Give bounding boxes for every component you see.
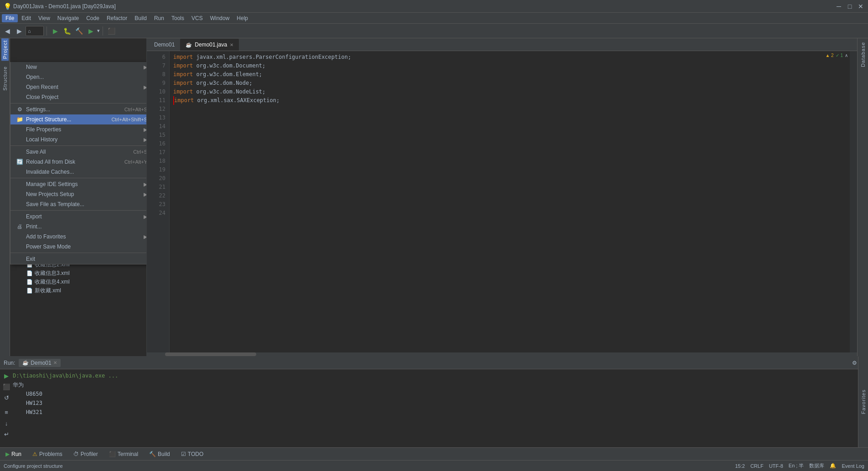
local-history-label: Local History	[26, 136, 57, 143]
database-panel-toggle[interactable]: Database	[859, 40, 867, 69]
gutter-scroll-top[interactable]: ∧	[845, 53, 848, 58]
stop-button[interactable]: ⬛	[106, 26, 117, 36]
menu-item-new-projects-setup[interactable]: New Projects Setup ▶	[10, 189, 147, 199]
tab-terminal[interactable]: ⬛ Terminal	[105, 449, 142, 459]
tab-profiler[interactable]: ⏱ Profiler	[70, 449, 102, 459]
horizontal-scrollbar[interactable]	[147, 352, 857, 356]
scrollbar-thumb[interactable]	[165, 352, 256, 356]
menu-item-new[interactable]: New ▶	[10, 62, 147, 72]
settings-gear-icon[interactable]: ⚙	[852, 360, 857, 366]
project-panel-toggle[interactable]: Project	[1, 38, 9, 61]
file4-label: 收藏信息4.xml	[35, 278, 70, 286]
menu-vcs[interactable]: VCS	[188, 14, 207, 22]
menu-run[interactable]: Run	[150, 14, 168, 22]
menu-file[interactable]: File	[2, 14, 18, 22]
back-button[interactable]: ◀	[2, 26, 13, 36]
menu-item-invalidate[interactable]: Invalidate Caches...	[10, 167, 147, 177]
export-arrow: ▶	[144, 214, 147, 220]
menu-item-open[interactable]: Open...	[10, 72, 147, 82]
run-stop-button[interactable]: ⬛	[2, 382, 11, 391]
tab-close-button[interactable]: ✕	[230, 42, 233, 47]
run-play-button[interactable]: ▶	[2, 371, 11, 380]
minimize-button[interactable]: ─	[835, 3, 842, 10]
run-scroll-button[interactable]: ↓	[2, 419, 11, 428]
menu-view[interactable]: View	[35, 14, 54, 22]
sep2	[10, 145, 147, 146]
menu-refactor[interactable]: Refactor	[103, 14, 131, 22]
run-config-dropdown[interactable]: ▾	[97, 28, 100, 34]
file5-label: 新收藏.xml	[35, 287, 61, 295]
editor-content[interactable]: 6 7 8 9 10 11 12 13 14 15 16 17 18 19 20…	[147, 51, 857, 352]
run-button[interactable]: ▶	[50, 26, 61, 36]
event-log-label[interactable]: Event Log	[842, 463, 864, 469]
warning-count: ▲ 2	[825, 53, 833, 58]
menu-window[interactable]: Window	[207, 14, 233, 22]
code-line-9: import org.w3c.dom.Node;	[173, 79, 846, 88]
debug-button[interactable]: 🐛	[62, 26, 72, 36]
menu-item-settings[interactable]: ⚙ Settings... Ctrl+Alt+S	[10, 104, 147, 114]
tab-build[interactable]: 🔨 Build	[145, 449, 174, 459]
menu-item-print[interactable]: 🖨 Print...	[10, 222, 147, 232]
local-history-icon	[16, 136, 23, 143]
code-line-13	[173, 114, 846, 122]
run-filter-button[interactable]: ≡	[2, 408, 11, 417]
build-project-button[interactable]: 🔨	[73, 26, 84, 36]
title-bar-left: 💡 Day001Java - Demo01.java [Day029Java]	[4, 3, 116, 10]
new-icon	[16, 63, 23, 71]
menu-help[interactable]: Help	[233, 14, 252, 22]
console-line-5: HW321	[13, 408, 864, 417]
line-num-11: 11	[147, 96, 165, 105]
menu-build[interactable]: Build	[131, 14, 150, 22]
java-tab-icon: ☕	[186, 42, 192, 48]
run-wrap-button[interactable]: ↵	[2, 430, 11, 439]
problems-icon: ⚠	[32, 451, 37, 457]
menu-item-reload-all[interactable]: 🔄 Reload All from Disk Ctrl+Alt+Y	[10, 157, 147, 167]
menu-edit[interactable]: Edit	[18, 14, 35, 22]
menu-item-save-all[interactable]: Save All Ctrl+S	[10, 147, 147, 157]
line-num-15: 15	[147, 131, 165, 140]
run-with-coverage-button[interactable]: ▶	[85, 26, 96, 36]
menu-code[interactable]: Code	[83, 14, 103, 22]
close-button[interactable]: ✕	[857, 3, 864, 10]
menu-item-close-project[interactable]: Close Project	[10, 92, 147, 102]
run-tab-active[interactable]: ☕ Demo01 ✕	[19, 359, 60, 367]
title-bar-title: Day001Java - Demo01.java [Day029Java]	[13, 3, 116, 10]
run-tab-close[interactable]: ✕	[53, 360, 57, 365]
menu-navigate[interactable]: Navigate	[54, 14, 83, 22]
menu-tools[interactable]: Tools	[168, 14, 188, 22]
menu-item-project-structure[interactable]: 📁 Project Structure... Ctrl+Alt+Shift+S	[10, 114, 147, 124]
code-line-22	[173, 192, 846, 200]
line-num-21: 21	[147, 183, 165, 192]
menu-item-exit[interactable]: Exit	[10, 254, 147, 264]
tab-run[interactable]: ▶ Run	[2, 449, 25, 459]
run-nav-icon: ▶	[5, 451, 10, 457]
tree-item-file5[interactable]: 📄 新收藏.xml	[10, 286, 146, 295]
line-num-13: 13	[147, 114, 165, 122]
menu-item-add-favorites[interactable]: Add to Favorites ▶	[10, 232, 147, 242]
menu-item-file-properties[interactable]: File Properties ▶	[10, 124, 147, 135]
tab-demo01-java[interactable]: ☕ Demo01.java ✕	[180, 39, 239, 51]
structure-panel-toggle[interactable]: Structure	[1, 64, 9, 93]
menu-item-manage-ide[interactable]: Manage IDE Settings ▶	[10, 179, 147, 189]
project-structure-label: Project Structure...	[26, 116, 71, 123]
menu-item-export[interactable]: Export ▶	[10, 212, 147, 222]
menu-item-power-save[interactable]: Power Save Mode	[10, 242, 147, 252]
lang-indicator[interactable]: En ; 半	[789, 462, 804, 469]
menu-item-open-recent[interactable]: Open Recent ▶	[10, 82, 147, 92]
event-log-icon[interactable]: 🔔	[830, 463, 836, 469]
problems-label: Problems	[39, 451, 62, 457]
favorites-toggle[interactable]: Favorites	[860, 388, 867, 416]
menu-item-save-template[interactable]: Save File as Template...	[10, 199, 147, 209]
recent-files[interactable]: ⌂	[26, 26, 44, 36]
run-rerun-button[interactable]: ↺	[2, 393, 11, 402]
tab-todo[interactable]: ☑ TODO	[177, 449, 207, 459]
code-area[interactable]: import javax.xml.parsers.ParserConfigura…	[170, 51, 850, 352]
save-all-shortcut: Ctrl+S	[133, 149, 147, 155]
maximize-button[interactable]: □	[846, 3, 853, 10]
tree-item-file4[interactable]: 📄 收藏信息4.xml	[10, 278, 146, 286]
database-status: 数据库	[809, 462, 824, 469]
tab-problems[interactable]: ⚠ Problems	[29, 449, 66, 459]
forward-button[interactable]: ▶	[14, 26, 25, 36]
tree-item-file3[interactable]: 📄 收藏信息3.xml	[10, 269, 146, 278]
menu-item-local-history[interactable]: Local History ▶	[10, 135, 147, 145]
